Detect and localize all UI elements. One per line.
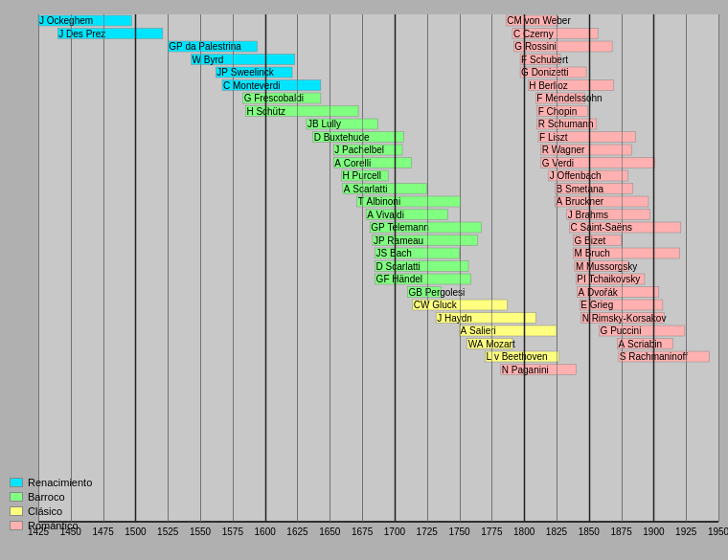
legend-label-romantico: Romántico: [28, 520, 79, 531]
legend-barroco: Barroco: [10, 491, 92, 503]
legend-romantico: Romántico: [10, 520, 92, 531]
legend-color-barroco: [10, 492, 23, 502]
chart-container: Renacimiento Barroco Clásico Romántico: [0, 0, 728, 560]
legend-label-barroco: Barroco: [28, 491, 65, 503]
legend-label-renacimiento: Renacimiento: [28, 477, 92, 488]
legend-label-clasico: Clásico: [28, 505, 62, 517]
timeline-canvas: [0, 0, 728, 560]
legend-color-clasico: [10, 506, 23, 516]
legend-color-renacimiento: [10, 478, 23, 487]
legend: Renacimiento Barroco Clásico Romántico: [10, 477, 92, 531]
legend-renacimiento: Renacimiento: [10, 477, 92, 488]
legend-clasico: Clásico: [10, 505, 92, 517]
legend-color-romantico: [10, 521, 23, 530]
